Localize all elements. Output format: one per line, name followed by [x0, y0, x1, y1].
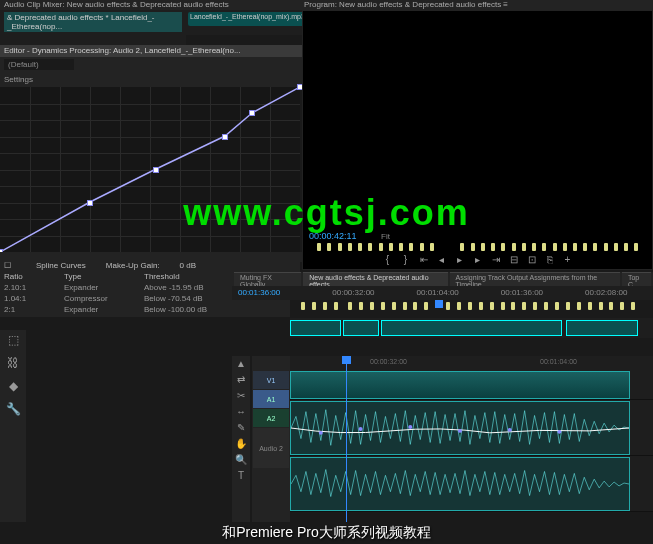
subtitle-caption: 和Premiere Pro大师系列视频教程 [0, 522, 653, 544]
snap-icon[interactable]: ⬚ [3, 333, 23, 353]
mark-in-button[interactable]: { [382, 254, 394, 266]
goto-in-button[interactable]: ⇤ [418, 254, 430, 266]
selection-tool[interactable]: ▲ [234, 358, 248, 372]
overview-track[interactable] [290, 318, 653, 338]
program-timecode[interactable]: 00:00:42:11 [309, 231, 357, 241]
zoom-tool[interactable]: 🔍 [234, 454, 248, 468]
mark-out-button[interactable]: } [400, 254, 412, 266]
type-tool[interactable]: T [234, 470, 248, 484]
link-icon[interactable]: ⛓ [3, 356, 23, 376]
sequence-tab[interactable]: Assigning Track Output Assignments from … [450, 272, 620, 286]
col-threshold: Threshold [144, 272, 224, 281]
spline-curves-checkbox[interactable]: Spline Curves [36, 261, 86, 270]
track-a1[interactable]: A1 [253, 390, 289, 408]
track-audio2-label[interactable]: Audio 2 [253, 428, 289, 468]
dynamics-row[interactable]: 2:1ExpanderBelow -100.00 dB [4, 304, 296, 315]
marker-icon[interactable]: ◆ [3, 379, 23, 399]
ruler-label: 00:02:08:00 [579, 286, 633, 300]
audio-clip[interactable] [290, 457, 630, 511]
dynamics-graph[interactable] [0, 87, 300, 252]
audio-track-1[interactable] [290, 400, 653, 456]
curve-point[interactable] [222, 134, 228, 140]
svg-point-1 [319, 431, 323, 435]
hand-tool[interactable]: ✋ [234, 438, 248, 452]
razor-tool[interactable]: ✂ [234, 390, 248, 404]
track-v1[interactable]: V1 [253, 371, 289, 389]
step-forward-button[interactable]: ▸ [472, 254, 484, 266]
ruler-tick: 00:00:32:00 [370, 358, 407, 365]
ruler-label: 00:00:32:00 [326, 286, 380, 300]
curve-point[interactable] [87, 200, 93, 206]
timeline-content[interactable]: 00:00:32:00 00:01:04:00 [290, 356, 653, 522]
video-clip[interactable] [290, 371, 630, 399]
waveform-icon [291, 458, 629, 510]
col-ratio: Ratio [4, 272, 44, 281]
col-type: Type [64, 272, 124, 281]
preset-dropdown[interactable]: (Default) [4, 59, 74, 70]
playhead-icon[interactable] [435, 300, 443, 308]
waveform-icon [291, 402, 629, 454]
export-frame-button[interactable]: ⎘ [544, 254, 556, 266]
svg-point-6 [557, 430, 561, 434]
lift-button[interactable]: ⊟ [508, 254, 520, 266]
left-toolbar: ⬚ ⛓ ◆ 🔧 [0, 330, 26, 522]
svg-rect-7 [291, 458, 629, 510]
sequence-timecode[interactable]: 00:01:36:00 [232, 286, 286, 300]
extract-button[interactable]: ⊡ [526, 254, 538, 266]
sequence-ruler[interactable] [290, 300, 653, 318]
audio-track-2[interactable] [290, 456, 653, 512]
svg-point-3 [408, 425, 412, 429]
dynamics-curve [0, 87, 300, 252]
slip-tool[interactable]: ↔ [234, 406, 248, 420]
program-scrubber[interactable] [307, 243, 648, 253]
timeline-tools: ▲ ⇄ ✂ ↔ ✎ ✋ 🔍 T [232, 356, 250, 522]
video-track-1[interactable] [290, 370, 653, 400]
track-headers: V1 A1 A2 Audio 2 [252, 356, 290, 522]
wrench-icon[interactable]: 🔧 [3, 402, 23, 422]
sequence-tab[interactable]: Top C [622, 272, 651, 286]
sequence-tabs: Muting FX Globally New audio effects & D… [232, 272, 653, 286]
svg-point-5 [508, 428, 512, 432]
ruler-tick: 00:01:04:00 [540, 358, 577, 365]
goto-out-button[interactable]: ⇥ [490, 254, 502, 266]
playhead[interactable] [346, 356, 347, 522]
program-zoom-fit[interactable]: Fit [381, 232, 390, 241]
program-monitor: 00:00:42:11 Fit { } ⇤ ◂ ▸ ▸ ⇥ ⊟ ⊡ ⎘ + [302, 10, 653, 270]
ripple-tool[interactable]: ⇄ [234, 374, 248, 388]
ruler-label: 00:01:36:00 [495, 286, 549, 300]
svg-rect-0 [291, 402, 629, 454]
step-back-button[interactable]: ◂ [436, 254, 448, 266]
curve-point[interactable] [249, 110, 255, 116]
curve-point[interactable] [153, 167, 159, 173]
pen-tool[interactable]: ✎ [234, 422, 248, 436]
track-a2[interactable]: A2 [253, 409, 289, 427]
svg-point-4 [458, 429, 462, 433]
ruler-label: 00:01:04:00 [411, 286, 465, 300]
program-panel-title: Program: New audio effects & Deprecated … [300, 0, 653, 10]
audio-clip[interactable] [290, 401, 630, 455]
makeup-gain-label: Make-Up Gain: [106, 261, 160, 270]
sequence-tab-active[interactable]: New audio effects & Deprecated audio eff… [303, 272, 447, 286]
svg-point-2 [359, 427, 363, 431]
sequence-tab[interactable]: Muting FX Globally [234, 272, 301, 286]
play-button[interactable]: ▸ [454, 254, 466, 266]
makeup-gain-value[interactable]: 0 dB [180, 261, 196, 270]
button-editor-button[interactable]: + [562, 254, 574, 266]
source-tab[interactable]: & Deprecated audio effects * Lancefield_… [4, 12, 182, 32]
audio-mixer-title: Audio Clip Mixer: New audio effects & De… [0, 0, 300, 10]
